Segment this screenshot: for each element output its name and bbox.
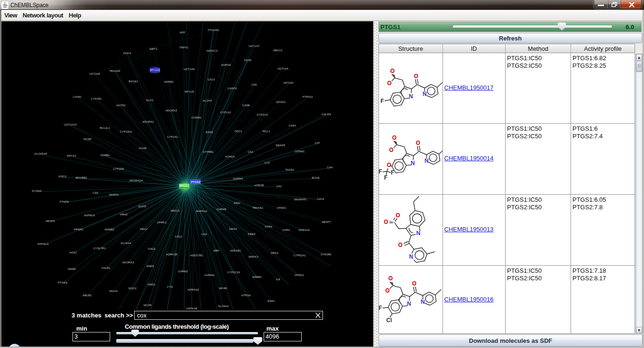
svg-text:MC3R: MC3R bbox=[144, 304, 152, 307]
svg-text:ALOX5: ALOX5 bbox=[203, 99, 212, 102]
svg-text:F: F bbox=[380, 98, 384, 104]
svg-text:BCL2L1: BCL2L1 bbox=[100, 127, 110, 129]
svg-text:CHRM4: CHRM4 bbox=[233, 177, 243, 180]
svg-text:CALM3: CALM3 bbox=[322, 113, 331, 116]
svg-text:MCL1: MCL1 bbox=[263, 130, 271, 133]
svg-text:O: O bbox=[398, 242, 402, 248]
svg-text:CHRM5: CHRM5 bbox=[217, 208, 227, 211]
svg-text:ERBB2: ERBB2 bbox=[252, 276, 262, 278]
svg-text:AMY1C: AMY1C bbox=[67, 154, 77, 157]
svg-text:PTAFR: PTAFR bbox=[60, 200, 69, 203]
svg-text:CA5B: CA5B bbox=[242, 104, 250, 107]
svg-text:CA4: CA4 bbox=[327, 166, 333, 169]
svg-text:ACHE: ACHE bbox=[139, 147, 147, 150]
svg-text:PTGDR2: PTGDR2 bbox=[208, 29, 219, 32]
svg-text:AKR1B1: AKR1B1 bbox=[230, 249, 242, 252]
svg-text:DRD2: DRD2 bbox=[147, 283, 155, 286]
svg-text:HRH2: HRH2 bbox=[120, 213, 128, 216]
svg-text:N: N bbox=[421, 299, 425, 305]
svg-text:N: N bbox=[411, 160, 415, 166]
svg-text:UGT1A7: UGT1A7 bbox=[249, 45, 260, 47]
svg-text:O: O bbox=[389, 147, 394, 153]
svg-text:O: O bbox=[384, 219, 388, 225]
svg-text:F: F bbox=[391, 169, 394, 176]
svg-text:AVPR1A: AVPR1A bbox=[84, 214, 95, 217]
svg-text:CA2: CA2 bbox=[248, 150, 253, 153]
svg-text:F: F bbox=[384, 174, 387, 181]
svg-text:O: O bbox=[386, 287, 390, 294]
svg-text:HTR2B: HTR2B bbox=[255, 184, 264, 187]
svg-text:MAPK3: MAPK3 bbox=[249, 255, 258, 258]
svg-text:CYP2C9: CYP2C9 bbox=[257, 113, 268, 116]
svg-text:CYP1B1: CYP1B1 bbox=[91, 97, 102, 100]
svg-text:Cl: Cl bbox=[386, 317, 392, 324]
svg-text:N: N bbox=[407, 301, 411, 307]
svg-text:GLO1: GLO1 bbox=[146, 99, 154, 102]
svg-text:ESR2: ESR2 bbox=[206, 131, 213, 134]
svg-text:ADORA3: ADORA3 bbox=[122, 261, 134, 264]
svg-text:CYSLTR1: CYSLTR1 bbox=[93, 247, 106, 250]
svg-text:CA5A: CA5A bbox=[289, 124, 296, 127]
svg-text:UGT1A10: UGT1A10 bbox=[64, 123, 77, 126]
svg-text:PREP: PREP bbox=[248, 233, 255, 236]
svg-text:AGTR2: AGTR2 bbox=[116, 104, 126, 107]
svg-text:F: F bbox=[379, 168, 382, 175]
svg-text:GRM6: GRM6 bbox=[68, 268, 76, 270]
svg-text:BCHE: BCHE bbox=[312, 176, 320, 179]
svg-text:SENP6: SENP6 bbox=[46, 220, 55, 222]
svg-text:NPY1R: NPY1R bbox=[185, 90, 194, 93]
svg-text:DRD3: DRD3 bbox=[146, 265, 154, 268]
svg-text:GALE: GALE bbox=[148, 247, 155, 250]
svg-text:OPRM1: OPRM1 bbox=[295, 150, 305, 153]
svg-text:ADRB3: ADRB3 bbox=[105, 228, 114, 231]
svg-text:MAPK14: MAPK14 bbox=[196, 210, 207, 213]
svg-text:TBXAS1: TBXAS1 bbox=[252, 206, 264, 209]
svg-text:EGFR: EGFR bbox=[138, 205, 146, 208]
svg-text:CYP51A1: CYP51A1 bbox=[293, 254, 306, 257]
svg-text:ADORA1: ADORA1 bbox=[142, 120, 154, 123]
svg-text:OPRK1: OPRK1 bbox=[157, 221, 167, 224]
svg-text:ADRA2A: ADRA2A bbox=[298, 229, 310, 231]
svg-text:PIM1: PIM1 bbox=[234, 202, 241, 205]
svg-text:DHRS9: DHRS9 bbox=[221, 63, 231, 66]
svg-text:ADRA2B: ADRA2B bbox=[166, 253, 177, 256]
svg-text:LTA4H: LTA4H bbox=[73, 95, 81, 98]
svg-text:CYP19A1: CYP19A1 bbox=[120, 130, 133, 133]
svg-text:O: O bbox=[388, 275, 393, 282]
svg-text:LCK: LCK bbox=[265, 161, 270, 164]
svg-text:TACR1: TACR1 bbox=[101, 267, 111, 269]
svg-text:DRD4: DRD4 bbox=[229, 228, 237, 230]
svg-text:SENP8: SENP8 bbox=[276, 144, 285, 147]
svg-text:NQO2: NQO2 bbox=[129, 287, 137, 290]
svg-text:N: N bbox=[416, 230, 420, 237]
svg-text:ADRB2: ADRB2 bbox=[164, 80, 174, 83]
svg-text:EBP: EBP bbox=[214, 249, 219, 252]
svg-text:CA13: CA13 bbox=[208, 78, 215, 81]
svg-text:CNR1: CNR1 bbox=[282, 229, 290, 231]
svg-text:HTR2A: HTR2A bbox=[242, 294, 251, 297]
svg-text:SIRT1: SIRT1 bbox=[149, 47, 158, 50]
svg-text:KCNH2: KCNH2 bbox=[225, 155, 235, 158]
svg-text:OPRD1: OPRD1 bbox=[294, 274, 304, 277]
svg-text:SLC6A3: SLC6A3 bbox=[218, 305, 229, 308]
svg-text:BACE1: BACE1 bbox=[129, 80, 138, 83]
svg-text:O: O bbox=[416, 140, 420, 146]
svg-text:PTGES: PTGES bbox=[58, 281, 67, 284]
svg-text:ABCC1: ABCC1 bbox=[170, 209, 180, 212]
svg-text:SENP7: SENP7 bbox=[322, 221, 331, 223]
svg-text:DRD1: DRD1 bbox=[271, 252, 279, 254]
svg-text:N: N bbox=[425, 158, 429, 164]
svg-text:ASIC1: ASIC1 bbox=[58, 175, 67, 178]
svg-text:FYN: FYN bbox=[167, 285, 173, 288]
svg-text:HSD17B2: HSD17B2 bbox=[190, 254, 203, 257]
svg-text:CA9: CA9 bbox=[93, 191, 98, 194]
svg-text:CHRNG: CHRNG bbox=[204, 274, 215, 277]
svg-text:AKR1C3: AKR1C3 bbox=[207, 49, 218, 52]
svg-text:ADRB1: ADRB1 bbox=[100, 154, 110, 157]
svg-text:O: O bbox=[412, 280, 416, 287]
svg-text:EPHX2: EPHX2 bbox=[276, 101, 286, 103]
svg-text:N: N bbox=[409, 253, 413, 260]
svg-text:ASIC3: ASIC3 bbox=[123, 52, 131, 55]
svg-text:CA12: CA12 bbox=[175, 235, 182, 238]
svg-text:PTGS1: PTGS1 bbox=[180, 185, 189, 188]
